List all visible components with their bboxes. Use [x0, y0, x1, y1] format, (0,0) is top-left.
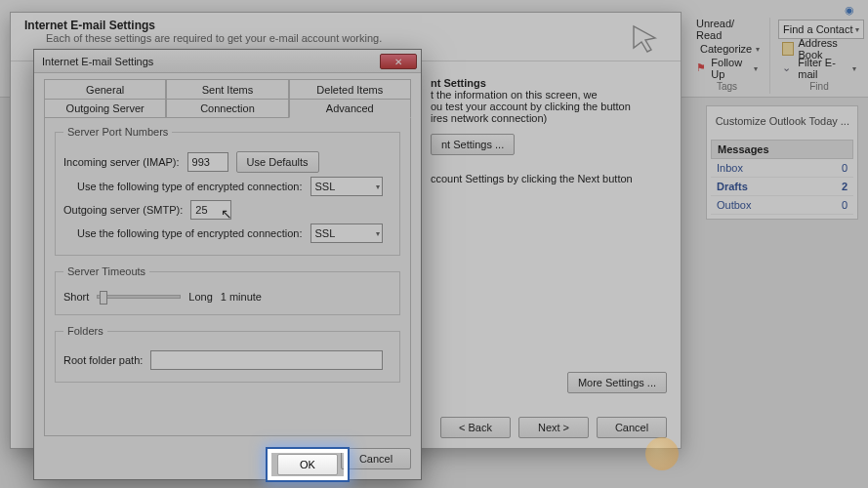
chevron-down-icon: ▾: [756, 45, 760, 54]
use-defaults-button[interactable]: Use Defaults: [236, 151, 319, 173]
wizard-subtitle: Each of these settings are required to g…: [24, 32, 382, 44]
wiz-text: t the information on this screen, we: [431, 89, 675, 101]
incoming-label: Incoming server (IMAP):: [63, 156, 180, 168]
enc-label: Use the following type of encrypted conn…: [77, 181, 303, 192]
ok-highlight: OK: [268, 449, 348, 480]
folders-fieldset: Folders Root folder path:: [55, 325, 400, 383]
wizard-title: Internet E-mail Settings: [24, 19, 155, 32]
unread-label: Unread/ Read: [696, 18, 758, 41]
tags-group-label: Tags: [684, 81, 769, 92]
email-settings-dialog: Internet E-mail Settings ✕ General Sent …: [33, 49, 422, 480]
chevron-down-icon: ▾: [376, 229, 380, 238]
test-account-button[interactable]: nt Settings ...: [431, 134, 515, 155]
followup-button[interactable]: ⚑Follow Up▾: [692, 59, 762, 78]
root-folder-label: Root folder path:: [63, 354, 143, 366]
chevron-down-icon: ▾: [852, 64, 856, 73]
folder-count: 2: [842, 181, 847, 192]
timeout-value: 1 minute: [221, 291, 262, 303]
folder-row[interactable]: Inbox0: [711, 159, 853, 178]
folder-name: Inbox: [717, 162, 743, 174]
long-label: Long: [188, 291, 212, 303]
wiz-text: ou test your account by clicking the but…: [431, 101, 675, 112]
outlook-today-pane: Customize Outlook Today ... Messages Inb…: [706, 105, 858, 220]
root-folder-input[interactable]: [150, 350, 383, 370]
folder-row[interactable]: Outbox0: [711, 196, 853, 215]
funnel-icon: ⌄: [782, 61, 794, 75]
timeout-slider[interactable]: [97, 295, 181, 299]
folder-name: Drafts: [717, 181, 748, 192]
help-icon[interactable]: ◉: [845, 4, 858, 18]
test-settings-header: nt Settings: [431, 77, 675, 89]
followup-label: Follow Up: [711, 57, 750, 80]
categorize-button[interactable]: Categorize▾: [692, 39, 762, 59]
more-settings-button[interactable]: More Settings ...: [567, 372, 667, 393]
unread-read-button[interactable]: Unread/ Read: [692, 20, 762, 39]
timeouts-fieldset: Server Timeouts Short Long 1 minute: [55, 265, 400, 315]
chevron-down-icon: ▾: [855, 25, 859, 34]
server-port-legend: Server Port Numbers: [63, 126, 172, 138]
dialog-title: Internet E-mail Settings: [42, 56, 153, 67]
slider-thumb[interactable]: [100, 291, 107, 305]
test-cursor-icon: [630, 22, 663, 58]
folder-name: Outbox: [717, 199, 751, 211]
next-button[interactable]: Next >: [518, 417, 589, 438]
find-contact-combo[interactable]: Find a Contact▾: [778, 20, 864, 39]
wiz-text: ccount Settings by clicking the Next but…: [431, 173, 675, 184]
ok-button[interactable]: OK: [277, 454, 338, 475]
mouse-cursor-icon: ↖: [221, 206, 232, 222]
filter-email-button[interactable]: ⌄Filter E-mail▾: [778, 59, 860, 78]
enc-label: Use the following type of encrypted conn…: [77, 227, 303, 239]
tab-general[interactable]: General: [44, 79, 166, 99]
customize-link[interactable]: Customize Outlook Today ...: [716, 115, 849, 127]
categorize-label: Categorize: [700, 43, 752, 55]
server-port-fieldset: Server Port Numbers Incoming server (IMA…: [55, 126, 400, 256]
tab-advanced[interactable]: Advanced: [289, 99, 411, 118]
watermark: [630, 435, 854, 474]
wiz-text: ires network connection): [431, 112, 675, 124]
address-book-icon: [782, 42, 794, 56]
folders-legend: Folders: [63, 325, 107, 337]
tab-connection[interactable]: Connection: [166, 99, 288, 118]
close-icon[interactable]: ✕: [380, 54, 417, 69]
chevron-down-icon: ▾: [754, 64, 758, 73]
filter-email-label: Filter E-mail: [798, 57, 848, 80]
outgoing-encryption-select[interactable]: SSL▾: [310, 224, 383, 243]
dialog-cancel-button[interactable]: Cancel: [341, 448, 411, 469]
flag-icon: ⚑: [696, 61, 707, 75]
tab-deleted-items[interactable]: Deleted Items: [289, 79, 411, 99]
find-contact-label: Find a Contact: [783, 23, 853, 35]
back-button[interactable]: < Back: [440, 417, 511, 438]
messages-header: Messages: [711, 140, 853, 159]
outgoing-label: Outgoing server (SMTP):: [63, 204, 183, 216]
enc-value: SSL: [315, 227, 336, 239]
incoming-port-input[interactable]: [187, 152, 228, 172]
find-group-label: Find: [770, 81, 868, 92]
enc-value: SSL: [315, 181, 336, 192]
folder-count: 0: [842, 162, 847, 174]
chevron-down-icon: ▾: [376, 183, 380, 191]
folder-count: 0: [842, 199, 847, 211]
tab-sent-items[interactable]: Sent Items: [166, 79, 288, 99]
folder-row[interactable]: Drafts2: [711, 178, 853, 196]
address-book-button[interactable]: Address Book: [778, 39, 860, 59]
tab-outgoing-server[interactable]: Outgoing Server: [44, 99, 166, 118]
incoming-encryption-select[interactable]: SSL▾: [310, 177, 383, 196]
short-label: Short: [63, 291, 89, 303]
timeouts-legend: Server Timeouts: [63, 265, 149, 277]
